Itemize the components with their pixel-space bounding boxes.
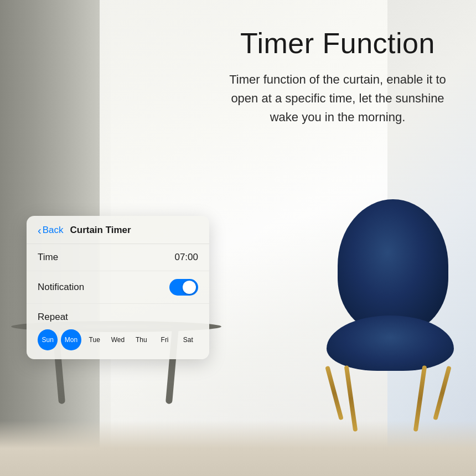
time-row[interactable]: Time 07:00 xyxy=(27,244,209,271)
repeat-label: Repeat xyxy=(38,312,198,323)
time-value: 07:00 xyxy=(174,252,198,263)
back-chevron-icon: ‹ xyxy=(38,225,42,236)
day-button-sat[interactable]: Sat xyxy=(178,329,198,350)
day-button-fri[interactable]: Fri xyxy=(154,329,174,350)
toggle-knob xyxy=(183,281,196,294)
repeat-section: Repeat SunMonTueWedThuFriSat xyxy=(27,304,209,359)
chair-seat xyxy=(327,315,454,371)
chair-back xyxy=(338,199,448,332)
panel-header: ‹ Back Curtain Timer xyxy=(27,216,209,244)
day-button-wed[interactable]: Wed xyxy=(108,329,128,350)
chair-leg-fl xyxy=(344,365,358,432)
day-button-thu[interactable]: Thu xyxy=(131,329,151,350)
notification-toggle[interactable] xyxy=(169,279,198,296)
page-title: Timer Function xyxy=(221,28,454,59)
chair-leg-fr xyxy=(413,365,427,432)
chair-decoration xyxy=(321,199,465,432)
day-button-sun[interactable]: Sun xyxy=(38,329,58,350)
notification-row: Notification xyxy=(27,271,209,304)
day-button-mon[interactable]: Mon xyxy=(61,329,81,350)
chair-leg-br xyxy=(433,366,452,421)
back-button[interactable]: ‹ Back xyxy=(38,225,63,236)
day-button-tue[interactable]: Tue xyxy=(85,329,105,350)
text-overlay: Timer Function Timer function of the cur… xyxy=(210,17,465,138)
time-label: Time xyxy=(38,252,58,263)
notification-label: Notification xyxy=(38,282,84,293)
days-row: SunMonTueWedThuFriSat xyxy=(38,329,198,350)
back-label: Back xyxy=(43,225,64,236)
panel-title: Curtain Timer xyxy=(70,225,131,236)
page-subtitle: Timer function of the curtain, enable it… xyxy=(221,70,454,127)
phone-panel: ‹ Back Curtain Timer Time 07:00 Notifica… xyxy=(27,216,209,359)
chair-leg-bl xyxy=(325,366,344,421)
